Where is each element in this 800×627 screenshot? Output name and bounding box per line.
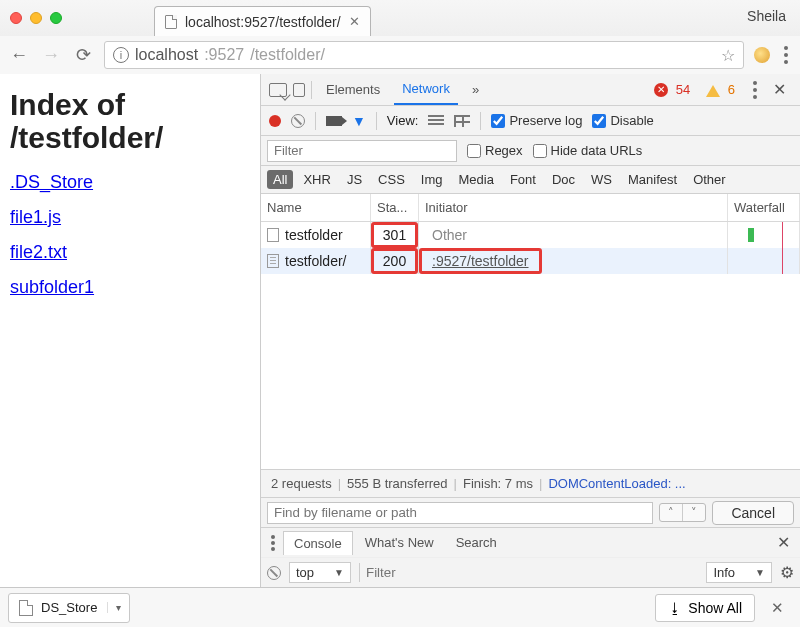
network-table-header: Name Sta... Initiator Waterfall bbox=[261, 194, 800, 222]
col-status[interactable]: Sta... bbox=[371, 194, 419, 221]
type-other[interactable]: Other bbox=[687, 170, 732, 189]
view-label: View: bbox=[387, 113, 419, 128]
drawer-menu-button[interactable] bbox=[265, 535, 281, 551]
table-row[interactable]: testfolder/ 200 :9527/testfolder bbox=[261, 248, 800, 274]
window-minimize-button[interactable] bbox=[30, 12, 42, 24]
devtools-menu-button[interactable] bbox=[749, 81, 761, 99]
regex-checkbox[interactable]: Regex bbox=[467, 143, 523, 158]
directory-link[interactable]: .DS_Store bbox=[10, 172, 250, 193]
find-input[interactable] bbox=[267, 502, 653, 524]
bookmark-star-icon[interactable]: ☆ bbox=[721, 46, 735, 65]
download-chip[interactable]: DS_Store ▾ bbox=[8, 593, 130, 623]
tab-network[interactable]: Network bbox=[394, 74, 458, 105]
url-path: /testfolder/ bbox=[250, 46, 325, 64]
directory-link[interactable]: subfolder1 bbox=[10, 277, 250, 298]
col-waterfall[interactable]: Waterfall bbox=[728, 194, 800, 221]
drawer-tab-search[interactable]: Search bbox=[446, 531, 507, 554]
cancel-button[interactable]: Cancel bbox=[712, 501, 794, 525]
console-context-select[interactable]: top▼ bbox=[289, 562, 351, 583]
show-all-downloads-button[interactable]: ⭳ Show All bbox=[655, 594, 755, 622]
directory-link[interactable]: file1.js bbox=[10, 207, 250, 228]
console-filter-input[interactable] bbox=[359, 563, 698, 582]
browser-tab[interactable]: localhost:9527/testfolder/ ✕ bbox=[154, 6, 371, 36]
site-info-icon[interactable]: i bbox=[113, 47, 129, 63]
type-media[interactable]: Media bbox=[452, 170, 499, 189]
type-ws[interactable]: WS bbox=[585, 170, 618, 189]
shelf-close-button[interactable]: ✕ bbox=[763, 599, 792, 617]
find-stepper[interactable]: ˄˅ bbox=[659, 503, 706, 522]
table-row[interactable]: testfolder 301 Other bbox=[261, 222, 800, 248]
inspect-element-icon[interactable] bbox=[269, 83, 287, 97]
devtools-close-button[interactable]: ✕ bbox=[767, 80, 792, 99]
directory-link[interactable]: file2.txt bbox=[10, 242, 250, 263]
drawer-tab-whatsnew[interactable]: What's New bbox=[355, 531, 444, 554]
download-filename: DS_Store bbox=[41, 600, 97, 615]
reload-button[interactable]: ⟳ bbox=[72, 44, 94, 66]
tab-title: localhost:9527/testfolder/ bbox=[185, 14, 341, 30]
drawer-tab-console[interactable]: Console bbox=[283, 531, 353, 555]
download-icon: ⭳ bbox=[668, 600, 682, 616]
preserve-log-checkbox[interactable]: Preserve log bbox=[491, 113, 582, 128]
type-img[interactable]: Img bbox=[415, 170, 449, 189]
error-icon: ✕ bbox=[654, 83, 668, 97]
console-clear-button[interactable] bbox=[267, 566, 281, 580]
initiator-link[interactable]: :9527/testfolder bbox=[432, 253, 529, 269]
col-name[interactable]: Name bbox=[261, 194, 371, 221]
filter-toggle-icon[interactable]: ▼ bbox=[352, 113, 366, 129]
error-count[interactable]: 54 bbox=[676, 82, 690, 97]
network-filter-input[interactable] bbox=[267, 140, 457, 162]
record-button[interactable] bbox=[269, 115, 281, 127]
profile-name[interactable]: Sheila bbox=[747, 8, 786, 24]
file-icon bbox=[267, 228, 279, 242]
devtools-panel: Elements Network » ✕54 6 ✕ ▼ View: Prese… bbox=[260, 74, 800, 587]
type-xhr[interactable]: XHR bbox=[297, 170, 336, 189]
warning-count[interactable]: 6 bbox=[728, 82, 735, 97]
page-heading: Index of /testfolder/ bbox=[10, 88, 250, 154]
type-doc[interactable]: Doc bbox=[546, 170, 581, 189]
profile-avatar[interactable] bbox=[754, 47, 770, 63]
page-icon bbox=[165, 15, 177, 29]
request-type-filter: All XHR JS CSS Img Media Font Doc WS Man… bbox=[261, 166, 800, 194]
view-frames-icon[interactable] bbox=[454, 115, 470, 127]
window-zoom-button[interactable] bbox=[50, 12, 62, 24]
view-list-icon[interactable] bbox=[428, 115, 444, 127]
hide-data-urls-checkbox[interactable]: Hide data URLs bbox=[533, 143, 643, 158]
type-font[interactable]: Font bbox=[504, 170, 542, 189]
back-button[interactable]: ← bbox=[8, 45, 30, 66]
disable-cache-checkbox[interactable]: Disable bbox=[592, 113, 653, 128]
waterfall-bar bbox=[748, 228, 754, 242]
type-all[interactable]: All bbox=[267, 170, 293, 189]
console-settings-icon[interactable]: ⚙ bbox=[780, 563, 794, 582]
forward-button: → bbox=[40, 45, 62, 66]
download-shelf: DS_Store ▾ ⭳ Show All ✕ bbox=[0, 587, 800, 627]
tab-elements[interactable]: Elements bbox=[318, 74, 388, 105]
screenshot-icon[interactable] bbox=[326, 116, 342, 126]
file-icon bbox=[19, 600, 33, 616]
tab-more[interactable]: » bbox=[464, 74, 487, 105]
page-content: Index of /testfolder/ .DS_Store file1.js… bbox=[0, 74, 260, 587]
drawer-close-button[interactable]: ✕ bbox=[771, 533, 796, 552]
browser-menu-button[interactable] bbox=[780, 46, 792, 64]
warning-icon bbox=[706, 85, 720, 97]
type-css[interactable]: CSS bbox=[372, 170, 411, 189]
document-icon bbox=[267, 254, 279, 268]
address-bar[interactable]: i localhost:9527/testfolder/ ☆ bbox=[104, 41, 744, 69]
network-status-bar: 2 requests| 555 B transferred| Finish: 7… bbox=[261, 469, 800, 497]
url-port: :9527 bbox=[204, 46, 244, 64]
col-initiator[interactable]: Initiator bbox=[419, 194, 728, 221]
type-js[interactable]: JS bbox=[341, 170, 368, 189]
download-chip-menu[interactable]: ▾ bbox=[107, 602, 129, 613]
device-toggle-icon[interactable] bbox=[293, 83, 305, 97]
type-manifest[interactable]: Manifest bbox=[622, 170, 683, 189]
url-host: localhost bbox=[135, 46, 198, 64]
window-close-button[interactable] bbox=[10, 12, 22, 24]
clear-button[interactable] bbox=[291, 114, 305, 128]
tab-close-icon[interactable]: ✕ bbox=[349, 14, 360, 29]
console-level-select[interactable]: Info▼ bbox=[706, 562, 772, 583]
